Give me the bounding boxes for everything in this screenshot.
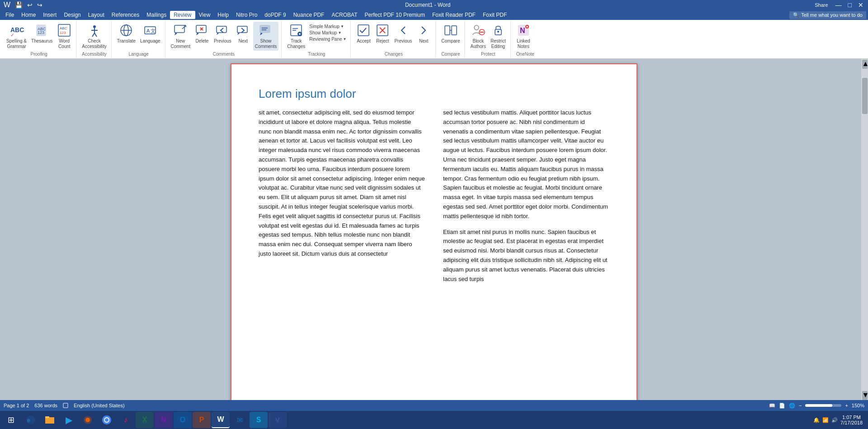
translate-button[interactable]: Translate	[115, 22, 137, 45]
document-heading: Lorem ipsum dolor	[259, 87, 609, 101]
close-btn[interactable]: ✕	[855, 0, 866, 10]
show-markup-button[interactable]: Show Markup ▼	[308, 30, 348, 36]
tracking-items: TrackChanges Simple Markup ▼ Show Markup…	[285, 22, 348, 51]
share-button[interactable]: Share	[811, 1, 831, 9]
page-count[interactable]: Page 1 of 2	[4, 403, 29, 408]
ribbon-group-proofing: ABC✓ Spelling &Grammar ABC123 Thesaurus …	[2, 21, 76, 57]
menu-layout[interactable]: Layout	[85, 11, 108, 19]
menu-nitro[interactable]: Nitro Pro	[232, 11, 261, 19]
previous-comment-button[interactable]: Previous	[212, 22, 233, 45]
undo-btn[interactable]: ↩	[25, 0, 34, 10]
svg-rect-19	[175, 25, 184, 33]
ribbon-group-comments: NewComment Delete	[166, 21, 282, 57]
minimize-btn[interactable]: —	[833, 0, 844, 10]
scroll-up-btn[interactable]: ▲	[862, 60, 868, 69]
zoom-in-btn[interactable]: +	[845, 403, 848, 408]
taskbar-word[interactable]: W	[212, 412, 230, 428]
taskbar-explorer[interactable]	[41, 412, 59, 428]
tray-volume[interactable]: 🔊	[831, 417, 838, 423]
simple-markup-button[interactable]: Simple Markup ▼	[308, 24, 348, 29]
tray-notification[interactable]: 🔔	[813, 417, 820, 423]
menu-mailings[interactable]: Mailings	[143, 11, 170, 19]
tray-network[interactable]: 📶	[822, 417, 829, 423]
vertical-scrollbar[interactable]: ▲ ▼	[861, 59, 868, 400]
linked-notes-button[interactable]: N LinkedNotes	[514, 22, 533, 51]
redo-btn[interactable]: ↪	[35, 0, 44, 10]
menu-design[interactable]: Design	[60, 11, 84, 19]
taskbar-visio[interactable]: V	[269, 412, 287, 428]
menu-home[interactable]: Home	[18, 11, 39, 19]
taskbar-skype[interactable]: S	[250, 412, 268, 428]
taskbar-chrome[interactable]	[98, 412, 116, 428]
menu-file[interactable]: File	[2, 11, 18, 19]
check-accessibility-button[interactable]: CheckAccessibility	[80, 22, 108, 51]
taskbar-excel[interactable]: X	[136, 412, 154, 428]
maximize-btn[interactable]: □	[845, 0, 854, 10]
track-changes-button[interactable]: TrackChanges	[285, 22, 307, 51]
view-web-btn[interactable]: 🌐	[789, 403, 795, 409]
taskbar-groove[interactable]: ♪	[117, 412, 135, 428]
document-main[interactable]: Lorem ipsum dolor sit amet, consectetur …	[7, 59, 861, 400]
start-button[interactable]: ⊞	[2, 412, 20, 428]
scrollbar-thumb[interactable]	[862, 78, 868, 114]
svg-rect-63	[45, 417, 54, 424]
compare-button[interactable]: Compare	[439, 22, 462, 45]
reviewing-pane-button[interactable]: Reviewing Pane ▼	[308, 36, 348, 42]
taskbar-ie[interactable]: e	[22, 412, 40, 428]
col2-para1: sed lectus vestibulum mattis. Aliquet po…	[443, 108, 609, 221]
taskbar-powerpoint[interactable]: P	[193, 412, 211, 428]
spelling-grammar-button[interactable]: ABC✓ Spelling &Grammar	[5, 22, 28, 51]
save-btn[interactable]: 💾	[13, 0, 24, 10]
svg-point-69	[105, 418, 108, 422]
next-change-icon	[416, 23, 431, 38]
scroll-down-btn[interactable]: ▼	[862, 391, 868, 400]
restrict-editing-button[interactable]: RestrictEditing	[489, 22, 508, 51]
simple-markup-arrow: ▼	[340, 24, 344, 29]
language-button[interactable]: A 文 Language	[138, 22, 162, 45]
document-page[interactable]: Lorem ipsum dolor sit amet, consectetur …	[231, 63, 637, 400]
menu-acrobat[interactable]: ACROBAT	[328, 11, 361, 19]
next-change-button[interactable]: Next	[415, 22, 433, 45]
thesaurus-button[interactable]: ABC123 Thesaurus	[29, 22, 54, 45]
show-comments-button[interactable]: ShowComments	[253, 22, 278, 51]
menu-dopdf[interactable]: doPDF 9	[261, 11, 289, 19]
svg-text:A: A	[146, 28, 150, 33]
word-count-status[interactable]: 636 words	[34, 403, 57, 408]
menu-view[interactable]: View	[195, 11, 214, 19]
column-1: sit amet, consectetur adipiscing elit, s…	[259, 108, 425, 290]
accept-button[interactable]: Accept	[354, 22, 373, 45]
menu-review[interactable]: Review	[170, 11, 195, 19]
block-authors-button[interactable]: BlockAuthors	[468, 22, 487, 51]
menu-references[interactable]: References	[108, 11, 143, 19]
menu-nuance[interactable]: Nuance PDF	[290, 11, 328, 19]
menu-insert[interactable]: Insert	[39, 11, 60, 19]
clock[interactable]: 1:07 PM 7/17/2018	[840, 415, 863, 425]
zoom-slider[interactable]	[805, 404, 841, 407]
taskbar-media[interactable]: ▶	[60, 412, 78, 428]
menu-foxit-reader[interactable]: Foxit Reader PDF	[429, 11, 479, 19]
reject-button[interactable]: Reject	[373, 22, 392, 45]
taskbar-mail[interactable]: ✉	[231, 412, 249, 428]
view-print-btn[interactable]: 📄	[779, 403, 785, 409]
next-comment-button[interactable]: Next	[234, 22, 252, 45]
taskbar-outlook[interactable]: O	[174, 412, 192, 428]
ribbon-group-accessibility: CheckAccessibility Accessibility	[77, 21, 111, 57]
taskbar-onenote[interactable]: N	[155, 412, 173, 428]
menu-foxit[interactable]: Foxit PDF	[479, 11, 510, 19]
menu-perfectpdf[interactable]: Perfect PDF 10 Premium	[361, 11, 429, 19]
language-status[interactable]: English (United States)	[74, 403, 125, 408]
menu-help[interactable]: Help	[214, 11, 232, 19]
delete-comment-button[interactable]: Delete	[193, 22, 211, 45]
ribbon: ABC✓ Spelling &Grammar ABC123 Thesaurus …	[0, 20, 868, 59]
new-comment-button[interactable]: NewComment	[169, 22, 192, 51]
previous-change-button[interactable]: Previous	[392, 22, 414, 45]
restrict-editing-icon	[491, 23, 505, 38]
taskbar-firefox[interactable]	[79, 412, 97, 428]
word-count-button[interactable]: ABC123 WordCount	[55, 22, 73, 51]
onenote-group-label: OneNote	[514, 51, 536, 57]
block-authors-label: BlockAuthors	[470, 38, 486, 49]
zoom-level[interactable]: 150%	[852, 403, 864, 408]
zoom-out-btn[interactable]: −	[799, 403, 802, 408]
tell-me-search[interactable]: 🔍 Tell me what you want to do	[789, 11, 866, 19]
view-read-btn[interactable]: 📖	[769, 403, 775, 409]
